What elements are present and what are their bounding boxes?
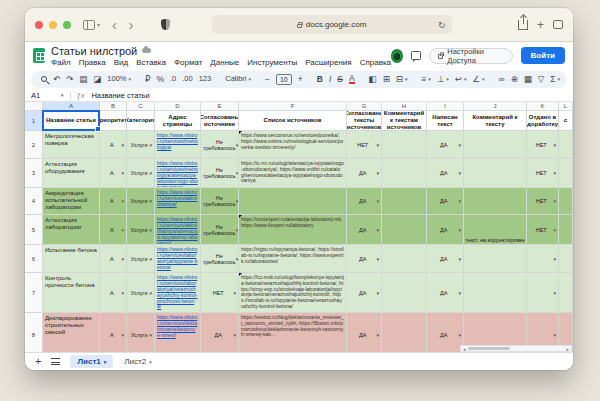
cell-L5[interactable] xyxy=(559,215,573,245)
header-cell-C1[interactable]: Категория xyxy=(127,111,155,131)
cell-B7[interactable]: А▾ xyxy=(100,273,127,313)
cell-H6[interactable] xyxy=(382,245,427,273)
dropdown-arrow-icon[interactable]: ▾ xyxy=(121,290,124,296)
cell-J5[interactable]: текст на корректировке xyxy=(464,215,527,245)
column-letter-J[interactable]: J xyxy=(464,102,527,111)
comment-history-icon[interactable] xyxy=(411,51,421,60)
row-number-2[interactable]: 2 xyxy=(25,131,43,159)
header-cell-F1[interactable]: Список источников xyxy=(239,111,347,131)
cell-L7[interactable] xyxy=(559,273,573,313)
borders-icon[interactable]: ⊞ xyxy=(383,75,390,84)
cell-C2[interactable]: Услуги▾ xyxy=(127,131,155,159)
cell-G5[interactable]: ДА▾ xyxy=(347,215,382,245)
cell-J4[interactable] xyxy=(464,188,527,215)
cell-H5[interactable] xyxy=(382,215,427,245)
header-cell-A1[interactable]: Название статьи xyxy=(43,111,100,131)
signin-button[interactable]: Войти xyxy=(521,47,565,64)
dropdown-arrow-icon[interactable]: ▾ xyxy=(121,170,124,176)
dropdown-arrow-icon[interactable]: ▾ xyxy=(553,142,556,148)
row-number-4[interactable]: 4 xyxy=(25,188,43,215)
cell-I6[interactable]: ДА▾ xyxy=(427,245,464,273)
all-sheets-icon[interactable] xyxy=(51,358,60,365)
text-wrap-icon[interactable]: ↩▾ xyxy=(455,75,467,84)
cell-A5[interactable]: Аттестация лаборатории xyxy=(43,215,100,245)
spreadsheet-grid[interactable]: ABCDEFGHIJKL 1Название статьиПриоритет▾К… xyxy=(25,102,573,352)
search-icon[interactable] xyxy=(41,76,47,82)
text-rotation-icon[interactable]: ∠▾ xyxy=(472,75,484,84)
row-number-3[interactable]: 3 xyxy=(25,159,43,188)
dropdown-arrow-icon[interactable]: ▾ xyxy=(553,198,556,204)
dropdown-arrow-icon[interactable]: ▾ xyxy=(121,142,124,148)
cell-H3[interactable] xyxy=(382,159,427,188)
dropdown-arrow-icon[interactable]: ▾ xyxy=(458,256,461,262)
sheet-tab-Лист2[interactable]: Лист2▾ xyxy=(117,355,158,368)
currency-icon[interactable]: ₽ xyxy=(145,75,150,84)
cell-E2[interactable]: Не требовалось▾ xyxy=(201,131,239,159)
cell-F4[interactable] xyxy=(239,188,347,215)
percent-icon[interactable]: % xyxy=(156,75,164,84)
dropdown-arrow-icon[interactable]: ▾ xyxy=(149,170,152,176)
dropdown-arrow-icon[interactable]: ▾ xyxy=(458,198,461,204)
column-letter-F[interactable]: F xyxy=(239,102,347,111)
redo-icon[interactable]: ↷ xyxy=(66,75,73,84)
header-cell-G1[interactable]: Согласованы тексты источников xyxy=(347,111,382,131)
dropdown-arrow-icon[interactable]: ▾ xyxy=(553,170,556,176)
cell-L4[interactable] xyxy=(559,188,573,215)
cell-C4[interactable]: Услуги▾ xyxy=(127,188,155,215)
dropdown-arrow-icon[interactable]: ▾ xyxy=(121,227,124,233)
dropdown-arrow-icon[interactable]: ▾ xyxy=(236,170,239,176)
chevron-down-icon[interactable]: ▾ xyxy=(97,21,100,28)
cell-H8[interactable] xyxy=(382,313,427,352)
cell-I2[interactable]: ДА▾ xyxy=(427,131,464,159)
cell-I7[interactable]: ДА▾ xyxy=(427,273,464,313)
cell-D6-link[interactable]: https://www.nilstroi.ru/services/laborat… xyxy=(155,245,201,273)
cell-J3[interactable] xyxy=(464,159,527,188)
header-cell-D1[interactable]: Адрес страницы xyxy=(155,111,201,131)
cell-I8[interactable]: ДА▾ xyxy=(427,313,464,352)
italic-icon[interactable]: I xyxy=(329,75,331,84)
sidebar-icon[interactable] xyxy=(83,20,95,30)
zoom-select[interactable]: 100%▾ xyxy=(107,75,131,83)
dropdown-arrow-icon[interactable]: ▾ xyxy=(376,227,379,233)
cell-B6[interactable]: А▾ xyxy=(100,245,127,273)
dropdown-arrow-icon[interactable]: ▾ xyxy=(236,227,239,233)
dropdown-arrow-icon[interactable]: ▾ xyxy=(236,256,239,262)
cell-D7-link[interactable]: https://www.nilstroi.ru/services/laborat… xyxy=(155,273,201,313)
cell-E8[interactable]: ДА▾ xyxy=(201,313,239,352)
dropdown-arrow-icon[interactable]: ▾ xyxy=(458,170,461,176)
bold-icon[interactable]: B xyxy=(317,75,323,84)
cell-L2[interactable] xyxy=(559,131,573,159)
avatar[interactable] xyxy=(391,49,403,63)
dropdown-arrow-icon[interactable]: ▾ xyxy=(376,170,379,176)
cell-J7[interactable] xyxy=(464,273,527,313)
dropdown-arrow-icon[interactable]: ▾ xyxy=(553,256,556,262)
menu-item-6[interactable]: Инструменты xyxy=(247,58,297,67)
functions-icon[interactable]: Σ▾ xyxy=(550,75,560,84)
column-letter-I[interactable]: I xyxy=(427,102,464,111)
text-color-icon[interactable]: A xyxy=(349,74,355,85)
menu-item-1[interactable]: Правка xyxy=(79,58,106,67)
column-letter-A[interactable]: A xyxy=(43,102,100,111)
cell-I5[interactable]: ДА▾ xyxy=(427,215,464,245)
cell-E5[interactable]: Не требовалось▾ xyxy=(201,215,239,245)
header-cell-K1[interactable]: Отдано в доработку xyxy=(527,111,559,131)
horizontal-align-icon[interactable]: ≡▾ xyxy=(421,75,430,84)
dropdown-arrow-icon[interactable]: ▾ xyxy=(458,290,461,296)
horizontal-scrollbar[interactable]: ◂ ▸ xyxy=(460,345,572,352)
menu-item-0[interactable]: Файл xyxy=(51,58,71,67)
cell-K3[interactable]: НЕТ▾ xyxy=(527,159,559,188)
cell-F3[interactable]: https://ic-rm.ru/uslugi/attestaciya-ispy… xyxy=(239,159,347,188)
cell-G6[interactable]: ДА▾ xyxy=(347,245,382,273)
cell-K4[interactable]: НЕТ▾ xyxy=(527,188,559,215)
cell-D4-link[interactable]: https://www.nilstroi.ru/services/akkredi… xyxy=(155,188,201,215)
cell-B4[interactable]: А▾ xyxy=(100,188,127,215)
header-cell-B1[interactable]: Приоритет▾ xyxy=(100,111,127,131)
cell-I3[interactable]: ДА▾ xyxy=(427,159,464,188)
sheets-logo-icon[interactable] xyxy=(33,48,45,63)
dropdown-arrow-icon[interactable]: ▾ xyxy=(149,227,152,233)
cell-A3[interactable]: Аттестация оборудования xyxy=(43,159,100,188)
dropdown-arrow-icon[interactable]: ▾ xyxy=(233,332,236,338)
formula-input[interactable]: Название статьи xyxy=(91,91,149,100)
dropdown-arrow-icon[interactable]: ▾ xyxy=(553,290,556,296)
increase-decimals-icon[interactable]: .00 xyxy=(182,75,192,83)
